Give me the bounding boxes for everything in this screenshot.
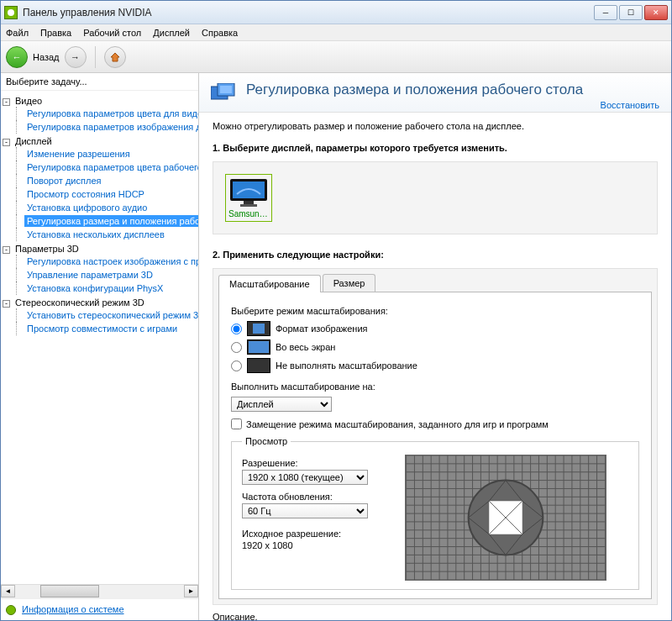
page-header: Регулировка размера и положения рабочего… <box>199 73 671 113</box>
home-button[interactable] <box>104 46 126 68</box>
menu-display[interactable]: Дисплей <box>153 28 190 38</box>
radio-none[interactable]: Не выполнять масштабирование <box>231 358 639 373</box>
native-res-label: Исходное разрешение: <box>242 529 368 539</box>
tree-group: -Стереоскопический режим 3DУстановить ст… <box>1 296 198 336</box>
restore-link[interactable]: Восстановить <box>601 100 659 110</box>
settings-box: Масштабирование Размер Выберите режим ма… <box>213 268 658 605</box>
tree-item[interactable]: Регулировка параметров изображения для в… <box>13 120 198 134</box>
main-panel: Регулировка размера и положения рабочего… <box>199 73 671 620</box>
tree-item[interactable]: Просмотр состояния HDCP <box>13 187 198 201</box>
tree-item[interactable]: Управление параметрами 3D <box>13 268 198 282</box>
page-description: Можно отрегулировать размер и положение … <box>213 121 658 131</box>
menu-edit[interactable]: Правка <box>40 28 71 38</box>
preview-pattern-area <box>383 455 628 581</box>
tree-group-label[interactable]: Параметры 3D <box>13 243 81 255</box>
override-checkbox[interactable] <box>231 418 242 429</box>
tree-item[interactable]: Просмотр совместимости с играми <box>13 322 198 335</box>
tree-toggle[interactable]: - <box>3 139 10 146</box>
radio-full-input[interactable] <box>231 342 242 353</box>
radio-none-input[interactable] <box>231 360 242 371</box>
tree-group-label[interactable]: Дисплей <box>13 135 55 147</box>
tree-item-label: Установить стереоскопический режим 3D <box>24 309 198 321</box>
menu-desktop[interactable]: Рабочий стол <box>83 28 141 38</box>
forward-button[interactable]: → <box>65 46 87 68</box>
back-button[interactable]: ← <box>6 46 28 68</box>
perform-on-select[interactable]: Дисплей <box>231 397 332 412</box>
tree-item[interactable]: Регулировка параметров цвета рабочего ст… <box>13 161 198 174</box>
tree-item[interactable]: Регулировка размера и положения рабочего… <box>13 214 198 228</box>
tree-toggle[interactable]: - <box>3 300 10 308</box>
scroll-thumb[interactable] <box>40 585 99 597</box>
sidebar-header: Выберите задачу... <box>1 73 198 91</box>
svg-rect-3 <box>220 86 232 93</box>
tree-item[interactable]: Поворот дисплея <box>13 174 198 187</box>
aspect-icon <box>247 321 270 336</box>
home-icon <box>109 51 121 63</box>
minimize-button[interactable]: ─ <box>594 5 617 20</box>
menu-help[interactable]: Справка <box>202 28 238 38</box>
tree-group: -ВидеоРегулировка параметров цвета для в… <box>1 94 198 134</box>
window-title: Панель управления NVIDIA <box>23 7 594 18</box>
tree-group-label[interactable]: Видео <box>13 95 45 107</box>
tree-item[interactable]: Установка нескольких дисплеев <box>13 228 198 241</box>
scaling-mode-label: Выберите режим масштабирования: <box>231 306 639 316</box>
tree-item-label: Регулировка параметров цвета рабочего ст… <box>24 161 198 173</box>
sidebar-footer: Информация о системе <box>1 598 198 620</box>
close-button[interactable]: ✕ <box>644 5 668 20</box>
scrollbar-horizontal[interactable]: ◄ ► <box>1 584 198 598</box>
resolution-select[interactable]: 1920 x 1080 (текущее) <box>242 470 368 485</box>
full-icon <box>247 339 270 355</box>
tree-item[interactable]: Регулировка параметров цвета для видео <box>13 107 198 120</box>
svg-rect-7 <box>240 204 257 207</box>
tree-toggle[interactable]: - <box>3 246 10 254</box>
menu-file[interactable]: Файл <box>6 28 29 38</box>
refresh-select[interactable]: 60 Гц <box>242 503 368 518</box>
back-label: Назад <box>33 52 60 62</box>
radio-aspect-input[interactable] <box>231 324 242 334</box>
tree-item-label: Регулировка параметров изображения для в… <box>24 121 198 133</box>
perform-on-label: Выполнить масштабирование на: <box>231 382 639 392</box>
tree-item-label: Установка конфигурации PhysX <box>24 282 165 294</box>
page-icon <box>211 83 238 107</box>
titlebar: Панель управления NVIDIA ─ ☐ ✕ <box>1 1 671 24</box>
tree-item[interactable]: Регулировка настроек изображения с просм… <box>13 255 198 268</box>
scroll-left-button[interactable]: ◄ <box>1 585 15 597</box>
monitor-label: Samsung SMS… <box>228 209 269 218</box>
step2-label: 2. Применить следующие настройки: <box>213 250 658 260</box>
radio-none-label: Не выполнять масштабирование <box>276 360 417 371</box>
sidebar: Выберите задачу... -ВидеоРегулировка пар… <box>1 73 199 620</box>
tree-item-label: Управление параметрами 3D <box>24 269 155 281</box>
tree-toggle[interactable]: - <box>3 98 10 106</box>
monitor-icon <box>228 177 269 208</box>
tree-item-label: Установка цифрового аудио <box>24 202 150 213</box>
svg-point-0 <box>8 9 14 16</box>
step1-label: 1. Выберите дисплей, параметры которого … <box>213 143 658 153</box>
tree-item[interactable]: Изменение разрешения <box>13 147 198 161</box>
tree-item-label: Просмотр состояния HDCP <box>24 188 147 200</box>
tab-size[interactable]: Размер <box>323 274 376 292</box>
content: Выберите задачу... -ВидеоРегулировка пар… <box>1 73 671 620</box>
tree-item[interactable]: Установка конфигурации PhysX <box>13 282 198 295</box>
display-selector-box: Samsung SMS… <box>213 161 658 234</box>
system-info-link[interactable]: Информация о системе <box>22 604 123 614</box>
radio-aspect-label: Формат изображения <box>276 324 368 334</box>
toolbar: ← Назад → <box>1 41 671 73</box>
tree-item-label: Регулировка параметров цвета для видео <box>24 108 198 119</box>
none-icon <box>247 358 270 373</box>
menubar: Файл Правка Рабочий стол Дисплей Справка <box>1 24 671 41</box>
override-checkbox-row[interactable]: Замещение режима масштабирования, заданн… <box>231 418 639 429</box>
radio-full[interactable]: Во весь экран <box>231 339 639 355</box>
tab-content-scaling: Выберите режим масштабирования: Формат и… <box>218 292 652 599</box>
tree-item-label: Регулировка настроек изображения с просм… <box>24 255 198 267</box>
tree-item[interactable]: Установить стереоскопический режим 3D <box>13 308 198 322</box>
nvidia-icon <box>4 6 18 19</box>
svg-rect-6 <box>244 201 254 204</box>
tab-scaling[interactable]: Масштабирование <box>218 275 321 292</box>
maximize-button[interactable]: ☐ <box>619 5 643 20</box>
monitor-item[interactable]: Samsung SMS… <box>225 174 272 222</box>
native-res-value: 1920 x 1080 <box>242 540 368 550</box>
scroll-right-button[interactable]: ► <box>184 585 198 597</box>
radio-aspect[interactable]: Формат изображения <box>231 321 639 336</box>
tree-group-label[interactable]: Стереоскопический режим 3D <box>13 297 147 308</box>
tree-item[interactable]: Установка цифрового аудио <box>13 201 198 214</box>
